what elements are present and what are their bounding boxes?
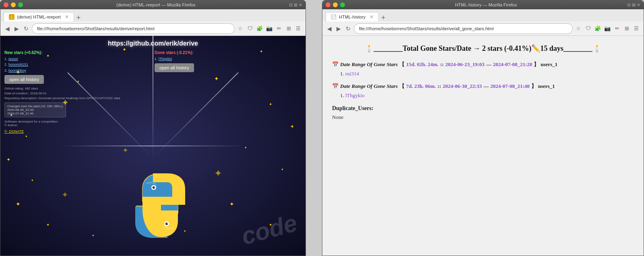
left-screenshot-icon[interactable]: 📷 [265,25,273,33]
left-win-controls[interactable]: ⊟ ⊠ ✕ [289,2,302,8]
user-honorinli151[interactable]: honorinli151 [8,62,28,67]
user-item-lthgykio: 1. lThgykio [340,92,634,99]
left-menu-icon[interactable]: ☰ [294,25,302,33]
right-ext-icon[interactable]: 🧩 [594,25,602,33]
date-range-section-2: 📅 Date Range Of Gone Stars 【7d. 23h. 06m… [332,83,634,99]
left-address-bar[interactable]: file:///home/hoseborrero/ShotStars/resul… [32,23,235,34]
user-item-rui314: 1. rui314 [340,71,634,77]
new-stars-column: New stars (+0.62%): 1. jessor 2. honorin… [4,50,151,84]
meta-info: Github-rating: 482 stars Date-of-creatio… [4,86,301,101]
user-boorishboy[interactable]: boorishboy [8,69,26,73]
date-range-header-1: 📅 Date Range Of Gone Stars 【15d. 02h. 24… [332,61,634,68]
right-active-tab[interactable]: 📄 HTML-history ✕ [326,12,379,21]
user-lthgykio-left[interactable]: lThgykio [159,57,172,61]
right-address-bar[interactable]: file:///home/hoseborrero/ShotStars/resul… [354,23,573,34]
left-title-text: (derive) HTML-reeport — Mozilla Firefox [25,2,287,7]
duplicate-title: Duplicate_Users: [332,105,634,112]
left-shield-icon[interactable]: 🛡 [246,25,254,33]
title-text: ________Total Gone Stars/Date → 2 stars … [374,44,531,52]
left-new-tab-btn[interactable]: + [74,14,83,21]
left-tabbar: 🐍 (derive) HTML-reeport ✕ + [0,9,305,21]
right-forward-btn[interactable]: ▶ [335,25,343,33]
author-label: © Author: [4,123,301,127]
left-toolbar: ◀ ▶ ↻ file:///home/hoseborrero/ShotStars… [0,21,305,36]
right-back-btn[interactable]: ◀ [326,25,333,33]
bracket-open-1: 【 [399,61,405,68]
title-days: 15 days________ [540,44,592,52]
left-ext-icon[interactable]: 🧩 [256,25,264,33]
left-active-tab[interactable]: 🐍 (derive) HTML-reeport ✕ [4,12,74,21]
pencil-icon: ✏️ [531,44,540,52]
left-refresh-btn[interactable]: ↻ [22,25,30,33]
right-close-btn[interactable] [326,2,330,7]
left-tab-close[interactable]: ✕ [65,14,69,20]
separator-1: :: [440,61,444,68]
left-close-btn[interactable] [4,2,8,7]
donate-link[interactable]: 🏳 DONATE [4,129,24,133]
left-star-icon[interactable]: ☆ [236,25,244,33]
list-item: 2. honorinli151 [4,62,151,67]
user-jessor[interactable]: jessor [8,57,18,61]
date-range-label-2: Date Range Of Gone Stars [340,83,398,89]
left-max-btn[interactable] [18,2,23,7]
left-pencil-icon[interactable]: ✏ [275,25,283,33]
candle-left-icon: 🕯️ [365,44,374,52]
date-range-label-1: Date Range Of Gone Stars [340,61,398,68]
gone-users-list: 1. lThgykio [155,56,301,62]
right-page-content: 🕯️________Total Gone Stars/Date → 2 star… [322,36,644,256]
right-win-controls[interactable]: ⊟ ⊠ ✕ [627,2,640,8]
github-rating: Github-rating: 482 stars [4,86,301,91]
gone-stars-header: Gone stars (-0.21%): [155,50,301,55]
calendar-icon-2: 📅 [332,83,339,89]
left-min-btn[interactable] [11,2,16,7]
main-title: 🕯️________Total Gone Stars/Date → 2 star… [332,44,634,53]
change-from: 2024-06-30_22:33 [7,108,63,112]
right-new-tab-btn[interactable]: + [379,14,388,21]
right-screenshot-icon[interactable]: 📷 [603,25,611,33]
right-tabbar: 📄 HTML-history ✕ + [322,9,644,21]
left-back-btn[interactable]: ◀ [4,25,11,33]
date-from-1: 2024-06-23_19:03 [445,61,485,68]
list-item: 1. jessor [4,56,151,62]
right-star-icon[interactable]: ☆ [574,25,582,33]
right-toolbar: ◀ ▶ ↻ file:///home/hoseborrero/ShotStars… [322,21,644,36]
left-page-overlay: https://github.com/erik/derive New stars… [0,36,305,256]
donate-text: DONATE [9,129,24,133]
right-tab-close[interactable]: ✕ [369,14,374,20]
left-page-content: ✦ ✦ ✦ ✦ ✦ ✦ ✦ ✦ ✦ ✦ ✦ ✦ ✦ ✦ ✦ ✦ ✦ ✦ ✦ ✦ … [0,36,305,256]
right-max-btn[interactable] [340,2,345,7]
date-to-2: 2024-07-08_21:40 [490,83,530,89]
arrow-2: — [483,83,489,89]
bracket-open-2: 【 [399,83,405,90]
new-stars-header: New stars (+0.62%): [4,50,151,55]
stars-columns: New stars (+0.62%): 1. jessor 2. honorin… [4,50,301,84]
new-users-list: 1. jessor 2. honorinli151 3. boorishboy [4,56,151,73]
right-address-text: file:///home/hoseborrero/ShotStars/resul… [359,26,493,31]
open-history-new-btn[interactable]: open all history [4,75,44,84]
software-label: Software developed for a competition. [4,120,301,123]
left-forward-btn[interactable]: ▶ [13,25,21,33]
right-pencil-icon[interactable]: ✏ [613,25,621,33]
right-min-btn[interactable] [333,2,338,7]
right-menu-icon[interactable]: ☰ [632,25,640,33]
left-tab-favicon: 🐍 [9,14,14,20]
user-link-lthgykio[interactable]: lThgykio [345,92,365,98]
right-tab-favicon: 📄 [331,14,336,20]
open-history-gone-btn[interactable]: open all history [155,63,194,72]
right-pip-icon[interactable]: ⊞ [623,25,631,33]
left-pip-icon[interactable]: ⊞ [285,25,293,33]
users-count-2: users_1 [538,83,555,89]
right-titlebar: HTML-history — Mozilla Firefox ⊟ ⊠ ✕ [322,0,644,9]
left-browser-window: (derive) HTML-reeport — Mozilla Firefox … [0,0,306,256]
users-count-1: users_1 [541,61,557,68]
right-toolbar-icons: ☆ 🛡 🧩 📷 ✏ ⊞ ☰ [574,25,640,33]
list-item: 1. lThgykio [155,56,301,62]
date-creation: Date-of-creation:: 2018-09-01 [4,91,301,96]
right-refresh-btn[interactable]: ↻ [344,25,352,33]
user-link-rui314[interactable]: rui314 [345,71,359,77]
bracket-close-2: 】 [531,83,537,90]
none-text: None [332,114,634,121]
separator-2: :: [438,83,441,89]
left-tab-label: (derive) HTML-reeport [17,15,61,19]
right-shield-icon[interactable]: 🛡 [584,25,592,33]
